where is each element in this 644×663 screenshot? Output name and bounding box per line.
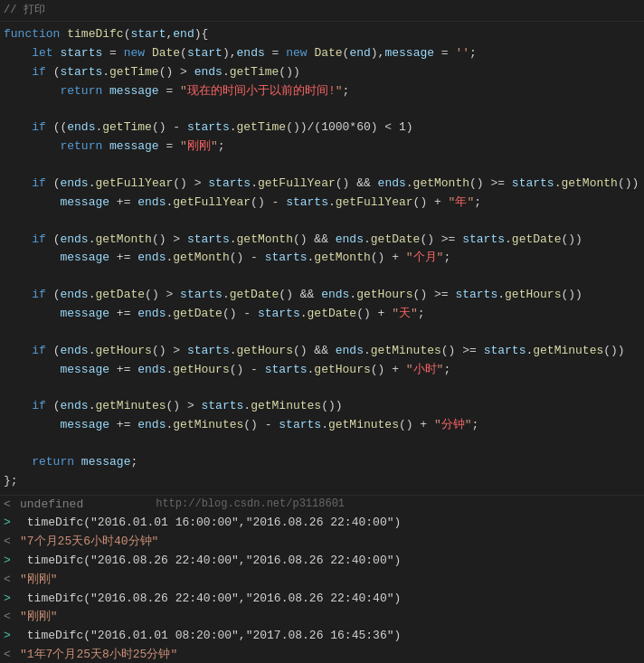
code-line-9: if (ends.getMonth() > starts.getMonth() …	[0, 231, 644, 250]
code-line-2: let starts = new Date(start),ends = new …	[0, 44, 644, 63]
undefined-output: < undefined http://blog.csdn.net/p311860…	[0, 496, 644, 515]
code-line-blank6	[0, 379, 644, 397]
watermark: http://blog.csdn.net/p3118601	[156, 496, 345, 515]
code-line-10: message += ends.getMonth() - starts.getM…	[0, 249, 644, 268]
input-line-2: > timeDifc("2016.08.26 22:40:00","2016.0…	[0, 552, 644, 571]
code-line-blank5	[0, 324, 644, 342]
header-comment: // 打印	[0, 0, 644, 22]
code-line-blank4	[0, 268, 644, 286]
code-line-16: message += ends.getMinutes() - starts.ge…	[0, 416, 644, 435]
code-line-11: if (ends.getDate() > starts.getDate() &&…	[0, 286, 644, 305]
code-line-14: message += ends.getHours() - starts.getH…	[0, 361, 644, 380]
code-line-1: function timeDifc(start,end){	[0, 25, 644, 44]
code-line-17: return message;	[0, 453, 644, 472]
input-line-1: > timeDifc("2016.01.01 16:00:00","2016.0…	[0, 514, 644, 533]
code-line-blank1	[0, 100, 644, 118]
result-line-4: < "1年7个月25天8小时25分钟"	[0, 646, 644, 663]
code-line-3: if (starts.getTime() > ends.getTime())	[0, 63, 644, 82]
console-container: // 打印 function timeDifc(start,end){ let …	[0, 0, 644, 663]
code-line-6: return message = "刚刚";	[0, 137, 644, 156]
result-line-2: < "刚刚"	[0, 571, 644, 590]
input-line-3: > timeDifc("2016.08.26 22:40:00","2016.0…	[0, 590, 644, 609]
code-line-blank3	[0, 213, 644, 231]
code-line-12: message += ends.getDate() - starts.getDa…	[0, 305, 644, 324]
code-line-18: };	[0, 472, 644, 491]
result-line-3: < "刚刚"	[0, 608, 644, 627]
code-line-15: if (ends.getMinutes() > starts.getMinute…	[0, 397, 644, 416]
input-line-4: > timeDifc("2016.01.01 08:20:00","2017.0…	[0, 627, 644, 646]
code-line-13: if (ends.getHours() > starts.getHours() …	[0, 342, 644, 361]
code-line-7: if (ends.getFullYear() > starts.getFullY…	[0, 175, 644, 194]
result-line-1: < "7个月25天6小时40分钟"	[0, 533, 644, 552]
code-line-blank2	[0, 156, 644, 175]
code-line-4: return message = "现在的时间小于以前的时间!";	[0, 82, 644, 101]
code-line-8: message += ends.getFullYear() - starts.g…	[0, 194, 644, 213]
code-line-blank7	[0, 435, 644, 453]
code-block: function timeDifc(start,end){ let starts…	[0, 22, 644, 495]
code-line-5: if ((ends.getTime() - starts.getTime())/…	[0, 118, 644, 137]
